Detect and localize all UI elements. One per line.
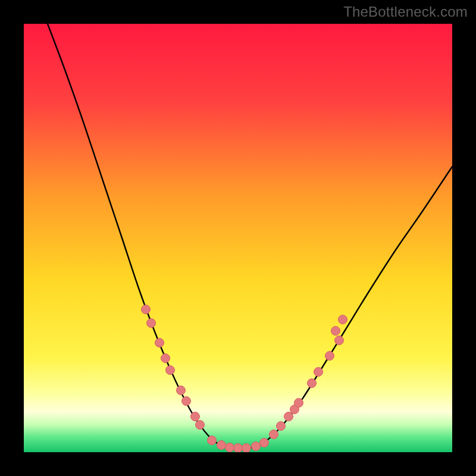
data-dot [242, 444, 251, 453]
data-dot [161, 354, 170, 363]
curve-layer [24, 24, 452, 452]
data-dot [208, 436, 217, 445]
data-dot [226, 443, 234, 452]
data-dot [335, 336, 344, 345]
data-dot [142, 305, 151, 314]
data-dot [339, 315, 347, 324]
watermark-text: TheBottleneck.com [343, 4, 468, 20]
data-dot [331, 327, 340, 336]
data-dot [295, 399, 303, 408]
data-dots [142, 305, 347, 453]
plot-area [24, 24, 452, 452]
v-curve [48, 24, 452, 449]
data-dot [182, 397, 191, 406]
data-dot [177, 386, 186, 395]
data-dot [284, 412, 293, 421]
data-dot [196, 421, 205, 430]
data-dot [270, 430, 278, 439]
data-dot [308, 379, 317, 388]
data-dot [155, 339, 164, 347]
outer-frame: TheBottleneck.com [0, 0, 476, 476]
data-dot [277, 422, 286, 431]
data-dot [252, 442, 261, 451]
data-dot [234, 444, 243, 453]
data-dot [260, 439, 269, 447]
data-dot [325, 352, 334, 361]
data-dot [147, 319, 156, 328]
data-dot [217, 441, 226, 450]
data-dot [166, 366, 175, 375]
data-dot [314, 368, 323, 377]
data-dot [191, 412, 200, 421]
